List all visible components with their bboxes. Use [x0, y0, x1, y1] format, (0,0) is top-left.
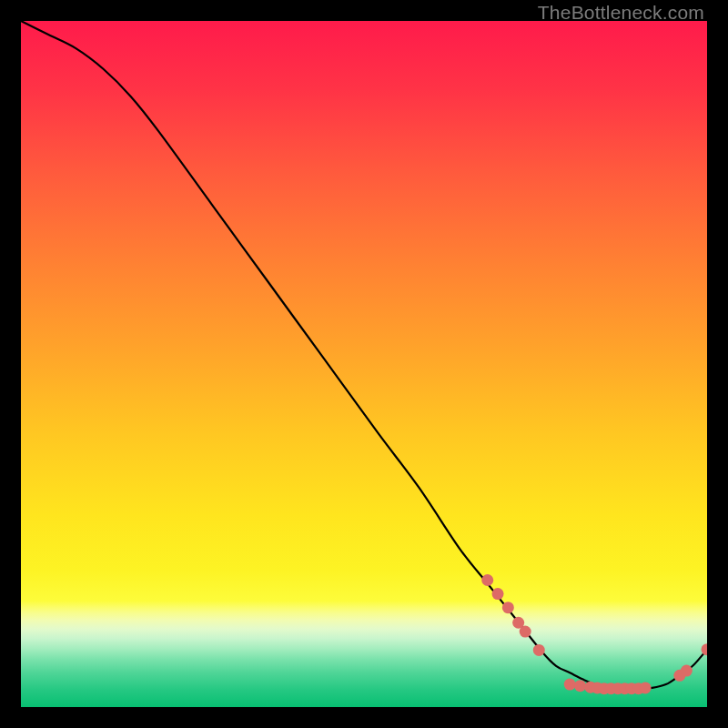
data-marker — [492, 588, 504, 600]
data-marker — [481, 574, 493, 586]
bottleneck-curve — [21, 21, 707, 689]
data-marker — [533, 644, 545, 656]
data-marker — [520, 626, 531, 638]
chart-overlay — [21, 21, 707, 707]
data-markers — [481, 574, 707, 694]
data-marker — [574, 680, 586, 692]
chart-stage: TheBottleneck.com — [0, 0, 728, 728]
data-marker — [564, 679, 576, 691]
data-marker — [502, 602, 514, 613]
data-marker — [702, 643, 708, 655]
data-marker — [681, 665, 693, 677]
plot-area — [21, 21, 707, 707]
data-marker — [640, 682, 652, 693]
